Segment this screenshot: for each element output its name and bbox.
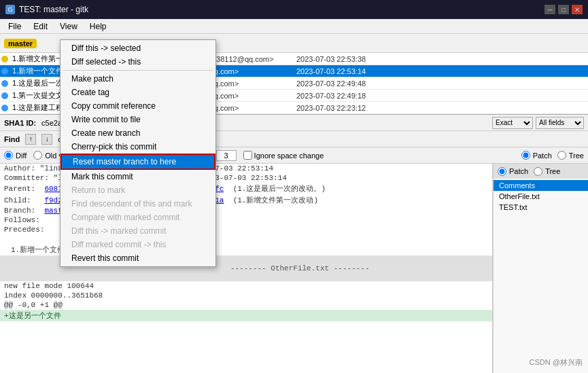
commit-dot (1, 80, 8, 87)
commit-dot (1, 92, 8, 99)
ctx-find-descendant[interactable]: Find descendant of this and mark (60, 197, 215, 211)
commit-dot (1, 68, 8, 75)
ctx-compare-marked[interactable]: Compare with marked commit (60, 211, 215, 224)
file-item[interactable]: TEST.txt (494, 202, 588, 213)
diff-label: Diff (16, 152, 27, 160)
ctx-create-new-branch[interactable]: Create new branch (60, 126, 215, 140)
diff-line: index 0000000..3651b68 (0, 291, 492, 300)
lines-input[interactable] (216, 150, 237, 161)
ctx-create-tag[interactable]: Create tag (60, 86, 215, 99)
find-next-button[interactable]: ↓ (41, 134, 52, 145)
ignore-space-label: Ignore space change (254, 152, 324, 160)
files-header: Patch Tree (494, 164, 588, 179)
title-bar-left: G TEST: master - gitk (5, 5, 88, 14)
window-title: TEST: master - gitk (19, 5, 88, 14)
ignore-space-checkbox-group: Ignore space change (243, 151, 324, 160)
file-item[interactable]: Comments (494, 180, 588, 191)
menu-help[interactable]: Help (84, 20, 112, 33)
app-icon: G (5, 5, 15, 14)
tree-radio[interactable] (557, 151, 566, 160)
maximize-button[interactable]: □ (558, 5, 569, 14)
branch-badge[interactable]: master (4, 39, 37, 48)
files-list: Comments OtherFile.txt TEST.txt (494, 179, 588, 214)
sha-label: SHA1 ID: (4, 119, 36, 127)
patch-files-radio-input[interactable] (498, 167, 506, 176)
patch-radio[interactable] (521, 151, 530, 160)
diff-line: new file mode 100644 (0, 281, 492, 291)
all-fields-select[interactable]: All fields Headline Comments Author Comm… (536, 117, 584, 129)
ctx-write-commit-file[interactable]: Write commit to file (60, 113, 215, 126)
commit-date: 2023-07-03 22:23:12 (296, 104, 405, 112)
ctx-diff-this-marked[interactable]: Diff this -> marked commit (60, 224, 215, 238)
tree-files-radio: Tree (534, 167, 560, 176)
title-bar: G TEST: master - gitk ─ □ ✕ (0, 0, 588, 19)
menu-file[interactable]: File (3, 20, 27, 33)
ctx-diff-this-selected[interactable]: Diff this -> selected (60, 41, 215, 55)
tree-files-label: Tree (545, 167, 560, 175)
ctx-diff-selected-this[interactable]: Diff selected -> this (60, 55, 215, 69)
patch-radio-group: Patch (521, 151, 552, 160)
file-item[interactable]: OtherFile.txt (494, 191, 588, 202)
commit-date: 2023-07-03 22:53:38 (296, 55, 405, 63)
patch-tree-group: Patch Tree (521, 151, 584, 160)
ctx-copy-commit-ref[interactable]: Copy commit reference (60, 99, 215, 113)
ctx-cherry-pick[interactable]: Cherry-pick this commit (60, 140, 215, 154)
ctx-return-to-mark[interactable]: Return to mark (60, 183, 215, 197)
patch-files-radio: Patch (498, 167, 528, 176)
old-version-radio[interactable] (33, 151, 42, 160)
tree-label: Tree (569, 152, 584, 160)
ctx-reset-master[interactable]: Reset master branch to here (60, 154, 215, 170)
minimize-button[interactable]: ─ (544, 5, 555, 14)
tree-files-radio-input[interactable] (534, 167, 542, 176)
menu-bar: File Edit View Help (0, 19, 588, 34)
close-button[interactable]: ✕ (572, 5, 583, 14)
context-menu: Diff this -> selected Diff selected -> t… (60, 39, 216, 267)
menu-view[interactable]: View (54, 20, 83, 33)
ctx-mark-this[interactable]: Mark this commit (60, 170, 215, 183)
commit-date: 2023-07-03 22:49:18 (296, 92, 405, 100)
patch-label: Patch (533, 152, 552, 160)
diff-line-added: +这是另一个文件 (0, 310, 492, 321)
diff-line: @@ -0,0 +1 @@ (0, 300, 492, 310)
find-label: Find (4, 135, 20, 143)
ctx-revert-this[interactable]: Revert this commit (60, 251, 215, 265)
commit-dot (1, 105, 8, 111)
patch-files-label: Patch (509, 167, 528, 175)
ctx-separator (63, 70, 213, 71)
find-prev-button[interactable]: ↑ (25, 134, 36, 145)
ignore-space-checkbox[interactable] (243, 151, 252, 160)
watermark: CSDN @林兴南 (530, 357, 583, 368)
files-panel: Patch Tree Comments OtherFile.txt TEST.t… (493, 164, 588, 373)
commit-date: 2023-07-03 22:53:14 (296, 67, 405, 75)
menu-edit[interactable]: Edit (28, 20, 53, 33)
tree-radio-group: Tree (557, 151, 584, 160)
ctx-diff-marked-this[interactable]: Diff marked commit -> this (60, 238, 215, 251)
diff-radio[interactable] (4, 151, 13, 160)
diff-radio-group: Diff (4, 151, 27, 160)
commit-dot (1, 56, 8, 63)
title-bar-controls[interactable]: ─ □ ✕ (544, 5, 583, 14)
exact-select[interactable]: Exact IgnCase Regexp (492, 117, 533, 129)
commit-date: 2023-07-03 22:49:48 (296, 79, 405, 88)
ctx-make-patch[interactable]: Make patch (60, 72, 215, 86)
